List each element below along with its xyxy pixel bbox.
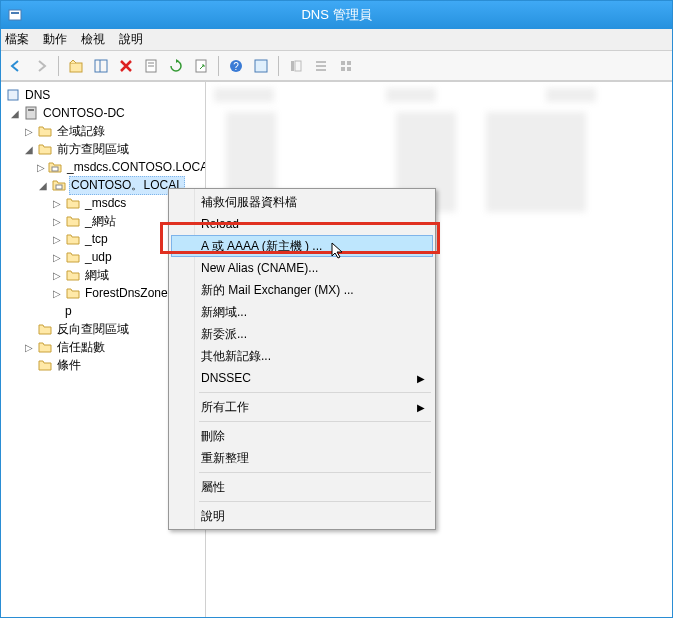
- context-menu-item[interactable]: New Alias (CNAME)...: [171, 257, 433, 279]
- svg-text:?: ?: [233, 61, 239, 72]
- back-button[interactable]: [5, 55, 27, 77]
- folder-icon: [37, 321, 53, 337]
- up-button[interactable]: [65, 55, 87, 77]
- tree-global-logs[interactable]: ▷ 全域記錄: [1, 122, 205, 140]
- export-button[interactable]: [190, 55, 212, 77]
- toolbar: ?: [1, 51, 672, 81]
- svg-rect-21: [8, 90, 18, 100]
- svg-rect-22: [26, 107, 36, 119]
- folder-icon: [65, 285, 81, 301]
- context-menu-item[interactable]: A 或 AAAA (新主機 ) ...: [171, 235, 433, 257]
- svg-rect-13: [295, 61, 301, 71]
- svg-rect-19: [341, 67, 345, 71]
- expand-icon[interactable]: ▷: [23, 126, 35, 137]
- svg-rect-20: [347, 67, 351, 71]
- menu-divider: [199, 392, 431, 393]
- folder-icon: [37, 339, 53, 355]
- menu-divider: [199, 501, 431, 502]
- context-menu-item[interactable]: 說明: [171, 505, 433, 527]
- delete-button[interactable]: [115, 55, 137, 77]
- menu-divider: [199, 472, 431, 473]
- zone-icon: [51, 177, 67, 193]
- menu-divider: [199, 421, 431, 422]
- svg-rect-25: [56, 185, 62, 189]
- svg-rect-17: [341, 61, 345, 65]
- dns-icon: [5, 87, 21, 103]
- folder-icon: [65, 231, 81, 247]
- menu-help[interactable]: 說明: [119, 31, 143, 48]
- context-menu-item[interactable]: 新的 Mail Exchanger (MX) ...: [171, 279, 433, 301]
- list2-button[interactable]: [310, 55, 332, 77]
- svg-rect-23: [28, 109, 34, 111]
- zone-icon: [47, 159, 63, 175]
- app-icon: [7, 7, 23, 23]
- context-menu-item[interactable]: 刪除: [171, 425, 433, 447]
- svg-rect-1: [11, 12, 19, 14]
- forward-button[interactable]: [30, 55, 52, 77]
- context-menu-item[interactable]: 其他新記錄...: [171, 345, 433, 367]
- submenu-arrow-icon: ▶: [417, 402, 425, 413]
- filter-button[interactable]: [250, 55, 272, 77]
- properties-button[interactable]: [140, 55, 162, 77]
- menu-action[interactable]: 動作: [43, 31, 67, 48]
- window-title: DNS 管理員: [301, 6, 371, 24]
- collapse-icon[interactable]: ◢: [9, 108, 21, 119]
- context-menu-item[interactable]: Reload: [171, 213, 433, 235]
- context-menu-item[interactable]: 補救伺服器資料檔: [171, 191, 433, 213]
- context-menu-item[interactable]: DNSSEC▶: [171, 367, 433, 389]
- context-menu-item[interactable]: 重新整理: [171, 447, 433, 469]
- svg-rect-0: [9, 10, 21, 20]
- server-icon: [23, 105, 39, 121]
- context-menu: 補救伺服器資料檔ReloadA 或 AAAA (新主機 ) ...New Ali…: [168, 188, 436, 530]
- context-menu-item[interactable]: 屬性: [171, 476, 433, 498]
- menu-file[interactable]: 檔案: [5, 31, 29, 48]
- expand-icon[interactable]: ▷: [37, 162, 45, 173]
- help-button[interactable]: ?: [225, 55, 247, 77]
- submenu-arrow-icon: ▶: [417, 373, 425, 384]
- folder-icon: [37, 357, 53, 373]
- collapse-icon[interactable]: ◢: [37, 180, 49, 191]
- folder-icon: [37, 123, 53, 139]
- folder-icon: [65, 213, 81, 229]
- list3-button[interactable]: [335, 55, 357, 77]
- context-menu-item[interactable]: 新網域...: [171, 301, 433, 323]
- collapse-icon[interactable]: ◢: [23, 144, 35, 155]
- list1-button[interactable]: [285, 55, 307, 77]
- svg-rect-11: [255, 60, 267, 72]
- tree-zone-msdcs[interactable]: ▷ _msdcs.CONTOSO.LOCAL: [1, 158, 205, 176]
- tree-forward-lookup[interactable]: ◢ 前方查閱區域: [1, 140, 205, 158]
- refresh-button[interactable]: [165, 55, 187, 77]
- folder-icon: [65, 249, 81, 265]
- menubar: 檔案 動作 檢視 說明: [1, 29, 672, 51]
- show-hide-button[interactable]: [90, 55, 112, 77]
- folder-icon: [65, 267, 81, 283]
- svg-rect-2: [70, 63, 82, 72]
- svg-rect-12: [291, 61, 294, 71]
- tree-root-dns[interactable]: DNS: [1, 86, 205, 104]
- svg-rect-24: [52, 167, 58, 171]
- svg-rect-18: [347, 61, 351, 65]
- svg-rect-3: [95, 60, 107, 72]
- folder-icon: [37, 141, 53, 157]
- titlebar: DNS 管理員: [1, 1, 672, 29]
- folder-icon: [65, 195, 81, 211]
- context-menu-item[interactable]: 新委派...: [171, 323, 433, 345]
- menu-view[interactable]: 檢視: [81, 31, 105, 48]
- context-menu-item[interactable]: 所有工作▶: [171, 396, 433, 418]
- tree-server[interactable]: ◢ CONTOSO-DC: [1, 104, 205, 122]
